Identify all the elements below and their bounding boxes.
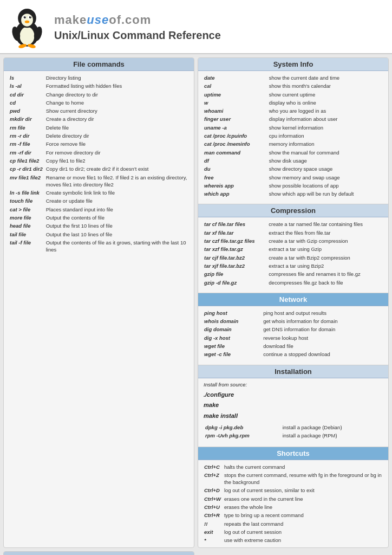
- desc-cell: extract a tar using Bzip2: [267, 262, 384, 270]
- cmd-cell: uptime: [202, 91, 267, 99]
- table-row: tail fileOutput the last 10 lines of fil…: [8, 230, 190, 238]
- table-row: tar xzf file.tar.gzextract a tar using G…: [202, 245, 384, 253]
- desc-cell: show the manual for command: [267, 149, 384, 157]
- section-header-network: Network: [198, 293, 388, 306]
- table-row: Ctrl+Chalts the current command: [202, 463, 384, 471]
- table-row: uname -ashow kernel information: [202, 124, 384, 132]
- desc-cell: show this month's calendar: [267, 82, 384, 90]
- section-body-installation: Install from source: ./configuremakemake…: [198, 378, 388, 443]
- cmd-cell: which app: [202, 190, 267, 198]
- desc-cell: Change to home: [44, 99, 190, 107]
- table-row: cat /proc /meminfomemory information: [202, 140, 384, 148]
- table-row: uptimeshow current uptime: [202, 91, 384, 99]
- cmd-cell: dig domain: [202, 325, 262, 333]
- desc-cell: display information about user: [267, 115, 384, 123]
- desc-cell: show disk usage: [267, 157, 384, 165]
- cmd-cell: *: [202, 536, 223, 544]
- file-commands-table: lsDirectory listingls -alFormatted listi…: [8, 74, 190, 254]
- cmd-cell: rm file: [8, 124, 44, 132]
- desc-cell: install a package (Debian): [281, 423, 383, 431]
- cmd-cell: touch file: [8, 197, 44, 205]
- desc-cell: create a tar with Gzip compression: [267, 237, 384, 245]
- desc-cell: Create or update file: [44, 197, 190, 205]
- desc-cell: Copy dir1 to dir2; create dir2 if it doe…: [44, 165, 190, 173]
- section-header-system: System Info: [198, 58, 388, 71]
- section-header-shortcuts: Shortcuts: [198, 447, 388, 460]
- svg-point-8: [24, 16, 25, 17]
- cmd-cell: tail -f file: [8, 238, 44, 254]
- table-row: dfshow disk usage: [202, 157, 384, 165]
- desc-cell: show kernel information: [267, 124, 384, 132]
- table-row: Ctrl+Werases one word in the current lin…: [202, 495, 384, 503]
- desc-cell: reverse lookup host: [262, 334, 384, 342]
- desc-cell: repeats the last command: [223, 520, 384, 528]
- table-row: gzip -d file.gzdecompresses file.gz back…: [202, 279, 384, 287]
- desc-cell: Formatted listing with hidden files: [44, 82, 190, 90]
- section-body-network: ping hostping host and output resultswho…: [198, 306, 388, 362]
- desc-cell: install a package (RPM): [281, 431, 383, 440]
- desc-cell: For remove directory dir: [44, 149, 190, 157]
- svg-point-3: [21, 14, 33, 27]
- table-row: cp file1 file2Copy file1 to file2: [8, 157, 190, 165]
- cmd-cell: finger user: [202, 115, 267, 123]
- table-row: calshow this month's calendar: [202, 82, 384, 90]
- table-row: man commandshow the manual for command: [202, 149, 384, 157]
- cmd-cell: rm -f file: [8, 140, 44, 148]
- cmd-cell: ping host: [202, 309, 262, 317]
- desc-cell: download file: [262, 342, 384, 350]
- cmd-cell: tar cjf file.tar.bz2: [202, 254, 267, 262]
- cmd-cell: rm -rf dir: [8, 149, 44, 157]
- cmd-cell: !!: [202, 520, 223, 528]
- desc-cell: cpu information: [267, 132, 384, 140]
- cmd-cell: mv file1 file2: [8, 173, 44, 189]
- table-row: Ctrl+Uerases the whole line: [202, 503, 384, 511]
- cmd-cell: whois domain: [202, 317, 262, 325]
- cmd-cell: Ctrl+U: [202, 503, 223, 511]
- table-row: which appshow which app will be run by d…: [202, 190, 384, 198]
- table-row: rm -r dirDelete directory dir: [8, 132, 190, 140]
- cmd-cell: free: [202, 173, 267, 182]
- desc-cell: Places standard input into file: [44, 205, 190, 214]
- desc-cell: Output the contents of file as it grows,…: [44, 238, 190, 254]
- table-row: freeshow memory and swap usage: [202, 173, 384, 182]
- cmd-cell: tar cf file.tar files: [202, 220, 267, 228]
- table-row: ln -s file linkCreate symbolic link link…: [8, 189, 190, 197]
- cmd-cell: whereis app: [202, 182, 267, 190]
- desc-cell: create a tar named file.tar containing f…: [267, 220, 384, 228]
- desc-cell: extract the files from file.tar: [267, 229, 384, 237]
- system-info-table: dateshow the current date and timecalsho…: [202, 74, 384, 198]
- desc-cell: use with extreme caution: [223, 536, 384, 544]
- table-row: dushow directory space usage: [202, 165, 384, 173]
- desc-cell: memory information: [267, 140, 384, 148]
- desc-cell: show directory space usage: [267, 165, 384, 173]
- cmd-cell: date: [202, 74, 267, 82]
- desc-cell: create a tar with Bzip2 compression: [267, 254, 384, 262]
- table-row: Ctrl+Zstops the current command, resume …: [202, 471, 384, 487]
- cmd-cell: pwd: [8, 107, 44, 115]
- install-cmd-item: make: [204, 400, 383, 411]
- cmd-cell: Ctrl+D: [202, 486, 223, 494]
- cmd-cell: Ctrl+W: [202, 495, 223, 503]
- desc-cell: compresses file and renames it to file.g…: [267, 270, 384, 278]
- cmd-cell: Ctrl+C: [202, 463, 223, 471]
- table-row: Ctrl+Dlog out of current session, simila…: [202, 486, 384, 494]
- desc-cell: Delete file: [44, 124, 190, 132]
- table-row: more fileOutput the contents of file: [8, 214, 190, 222]
- desc-cell: display who is online: [267, 99, 384, 107]
- cmd-cell: ls: [8, 74, 44, 82]
- desc-cell: get whois information for domain: [262, 317, 384, 325]
- table-row: tar cjf file.tar.bz2create a tar with Bz…: [202, 254, 384, 262]
- table-row: lsDirectory listing: [8, 74, 190, 82]
- table-row: dateshow the current date and time: [202, 74, 384, 82]
- table-row: tar xjf file.tar.bz2extract a tar using …: [202, 262, 384, 270]
- desc-cell: Output the contents of file: [44, 214, 190, 222]
- compression-table: tar cf file.tar filescreate a tar named …: [202, 220, 384, 286]
- cmd-cell: wget -c file: [202, 350, 262, 358]
- desc-cell: extract a tar using Gzip: [267, 245, 384, 253]
- section-header-file-commands: File commands: [4, 58, 194, 71]
- table-row: wget -c filecontinue a stopped download: [202, 350, 384, 358]
- desc-cell: show current uptime: [267, 91, 384, 99]
- cmd-cell: mkdir dir: [8, 115, 44, 123]
- cmd-cell: du: [202, 165, 267, 173]
- cmd-cell: df: [202, 157, 267, 165]
